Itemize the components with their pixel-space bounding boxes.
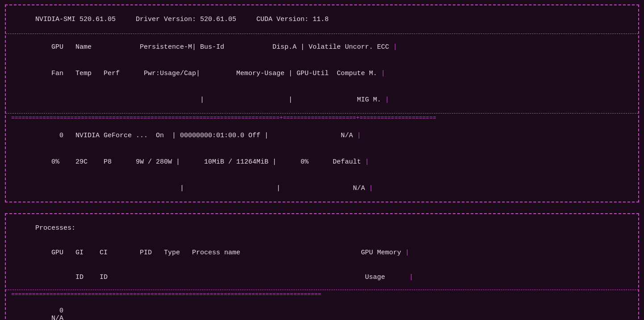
col-header-line2: Fan Temp Perf Pwr:Usage/Cap| Memory-Usag…	[6, 60, 638, 87]
col-header-text-2: Fan Temp Perf Pwr:Usage/Cap| Memory-Usag…	[43, 70, 381, 77]
col-header-text-1: GPU Name Persistence-M| Bus-Id Disp.A | …	[43, 43, 393, 51]
proc-r1-gpu: 0	[43, 307, 63, 315]
gpu-table-section: NVIDIA-SMI 520.61.05 Driver Version: 520…	[5, 4, 639, 202]
pipe-p1: |	[405, 249, 409, 257]
proc-row-1: 0 N/A N/A 1196 G /usr/lib/xorg/Xorg 4MiB	[6, 299, 638, 320]
col-header-line3: | | MIG M. |	[6, 87, 638, 114]
proc-col-text-2: ID ID Usage	[43, 274, 409, 281]
col-headers-section: GPU Name Persistence-M| Bus-Id Disp.A | …	[6, 34, 638, 114]
col-header-line1: GPU Name Persistence-M| Bus-Id Disp.A | …	[6, 34, 638, 60]
terminal-output: NVIDIA-SMI 520.61.05 Driver Version: 520…	[5, 4, 639, 320]
proc-col-text-1: GPU GI CI PID Type Process name GPU Memo…	[43, 249, 405, 257]
col-header-text-3: | | MIG M.	[43, 96, 385, 104]
gpu0-row3-text: | | N/A	[43, 185, 369, 192]
pipe-r1: |	[357, 132, 361, 139]
gpu0-row2-text: 0% 29C P8 9W / 280W | 10MiB / 11264MiB |…	[43, 158, 365, 166]
processes-title: Processes:	[35, 224, 75, 232]
pipe-1: |	[393, 43, 397, 51]
proc-col-headers: GPU GI CI PID Type Process name GPU Memo…	[6, 240, 638, 290]
process-rows: 0 N/A N/A 1196 G /usr/lib/xorg/Xorg 4MiB…	[6, 299, 638, 320]
proc-r1-gi: N/A	[43, 315, 63, 320]
header-title: NVIDIA-SMI 520.61.05 Driver Version: 520…	[35, 16, 329, 23]
pipe-2: |	[381, 70, 385, 77]
proc-col-line2: ID ID Usage |	[6, 265, 638, 290]
section-gap	[5, 206, 639, 213]
gpu0-row1-text: 0 NVIDIA GeForce ... On | 00000000:01:00…	[43, 132, 357, 139]
proc-equals-separator: ========================================…	[6, 290, 638, 299]
pipe-3: |	[385, 96, 389, 104]
equals-separator: ========================================…	[6, 114, 638, 122]
gpu0-row2: 0% 29C P8 9W / 280W | 10MiB / 11264MiB |…	[6, 149, 638, 175]
processes-header: Processes:	[6, 214, 638, 240]
nvidia-smi-header: NVIDIA-SMI 520.61.05 Driver Version: 520…	[6, 5, 638, 34]
pipe-p2: |	[409, 274, 413, 281]
pipe-r2: |	[365, 158, 369, 166]
pipe-r3: |	[369, 185, 373, 192]
gpu0-row3: | | N/A |	[6, 175, 638, 202]
proc-col-line1: GPU GI CI PID Type Process name GPU Memo…	[6, 240, 638, 265]
gpu0-row1: 0 NVIDIA GeForce ... On | 00000000:01:00…	[6, 122, 638, 149]
processes-section: Processes: GPU GI CI PID Type Process na…	[5, 213, 639, 320]
gpu0-data: 0 NVIDIA GeForce ... On | 00000000:01:00…	[6, 122, 638, 202]
